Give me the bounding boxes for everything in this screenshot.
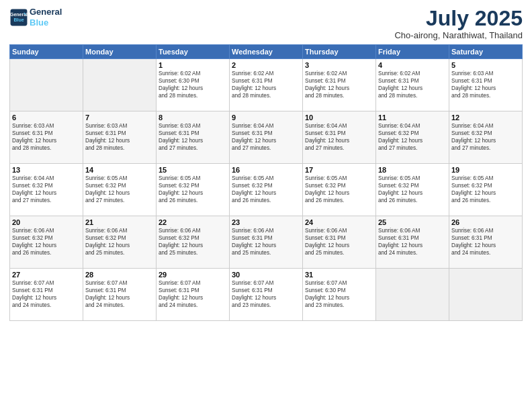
day-info: Sunrise: 6:04 AM Sunset: 6:31 PM Dayligh… [232,122,300,152]
day-cell: 29Sunrise: 6:07 AM Sunset: 6:31 PM Dayli… [157,269,230,321]
week-row: 1Sunrise: 6:02 AM Sunset: 6:30 PM Daylig… [10,59,523,111]
day-number: 14 [85,166,154,174]
day-number: 29 [159,271,227,279]
day-cell: 10Sunrise: 6:04 AM Sunset: 6:31 PM Dayli… [303,111,376,164]
day-number: 4 [378,61,447,69]
day-info: Sunrise: 6:04 AM Sunset: 6:32 PM Dayligh… [12,175,81,204]
day-info: Sunrise: 6:06 AM Sunset: 6:32 PM Dayligh… [85,227,154,257]
day-cell: 22Sunrise: 6:06 AM Sunset: 6:32 PM Dayli… [157,216,230,269]
day-info: Sunrise: 6:05 AM Sunset: 6:32 PM Dayligh… [159,175,227,204]
day-info: Sunrise: 6:07 AM Sunset: 6:31 PM Dayligh… [12,279,81,309]
day-cell [449,269,523,321]
day-info: Sunrise: 6:02 AM Sunset: 6:30 PM Dayligh… [159,70,227,99]
week-row: 6Sunrise: 6:03 AM Sunset: 6:31 PM Daylig… [10,111,523,164]
day-number: 22 [159,218,227,226]
day-number: 1 [159,61,227,69]
day-number: 21 [85,218,154,226]
day-info: Sunrise: 6:03 AM Sunset: 6:31 PM Dayligh… [159,122,227,152]
day-cell: 3Sunrise: 6:02 AM Sunset: 6:31 PM Daylig… [303,59,376,111]
logo-icon: General Blue [9,8,28,27]
day-cell: 28Sunrise: 6:07 AM Sunset: 6:31 PM Dayli… [83,269,157,321]
day-cell: 20Sunrise: 6:06 AM Sunset: 6:32 PM Dayli… [10,216,83,269]
day-info: Sunrise: 6:04 AM Sunset: 6:32 PM Dayligh… [451,122,520,152]
day-cell: 26Sunrise: 6:06 AM Sunset: 6:31 PM Dayli… [449,216,523,269]
day-info: Sunrise: 6:05 AM Sunset: 6:32 PM Dayligh… [378,175,447,204]
week-row: 27Sunrise: 6:07 AM Sunset: 6:31 PM Dayli… [10,269,523,321]
day-number: 8 [159,113,227,122]
day-cell: 31Sunrise: 6:07 AM Sunset: 6:30 PM Dayli… [303,269,376,321]
day-cell: 6Sunrise: 6:03 AM Sunset: 6:31 PM Daylig… [10,111,83,164]
day-cell: 4Sunrise: 6:02 AM Sunset: 6:31 PM Daylig… [376,59,449,111]
col-header-saturday: Saturday [449,45,523,59]
day-info: Sunrise: 6:06 AM Sunset: 6:32 PM Dayligh… [12,227,81,257]
month-title: July 2025 [394,7,523,30]
day-number: 24 [305,218,373,226]
day-info: Sunrise: 6:06 AM Sunset: 6:31 PM Dayligh… [232,227,300,257]
day-cell: 11Sunrise: 6:04 AM Sunset: 6:32 PM Dayli… [376,111,449,164]
day-cell: 8Sunrise: 6:03 AM Sunset: 6:31 PM Daylig… [157,111,230,164]
day-cell: 2Sunrise: 6:02 AM Sunset: 6:31 PM Daylig… [230,59,303,111]
day-info: Sunrise: 6:03 AM Sunset: 6:31 PM Dayligh… [12,122,81,152]
day-number: 3 [305,61,373,69]
day-number: 15 [159,166,227,174]
col-header-thursday: Thursday [303,45,376,59]
day-cell [376,269,449,321]
day-cell: 27Sunrise: 6:07 AM Sunset: 6:31 PM Dayli… [10,269,83,321]
calendar-table: SundayMondayTuesdayWednesdayThursdayFrid… [9,44,523,321]
col-header-sunday: Sunday [10,45,83,59]
page: General Blue General Blue July 2025 Cho-… [0,0,532,411]
day-number: 25 [378,218,447,226]
week-row: 13Sunrise: 6:04 AM Sunset: 6:32 PM Dayli… [10,164,523,216]
day-info: Sunrise: 6:05 AM Sunset: 6:32 PM Dayligh… [305,175,373,204]
day-number: 10 [305,113,373,122]
day-cell: 12Sunrise: 6:04 AM Sunset: 6:32 PM Dayli… [449,111,523,164]
day-cell: 9Sunrise: 6:04 AM Sunset: 6:31 PM Daylig… [230,111,303,164]
day-number: 13 [12,166,81,174]
day-number: 5 [451,61,520,69]
day-number: 19 [451,166,520,174]
logo-text-line2: Blue [30,17,62,28]
day-info: Sunrise: 6:03 AM Sunset: 6:31 PM Dayligh… [85,122,154,152]
day-cell: 24Sunrise: 6:06 AM Sunset: 6:31 PM Dayli… [303,216,376,269]
day-number: 31 [305,271,373,279]
day-cell: 14Sunrise: 6:05 AM Sunset: 6:32 PM Dayli… [83,164,157,216]
day-info: Sunrise: 6:06 AM Sunset: 6:31 PM Dayligh… [378,227,447,257]
logo-text-line1: General [30,7,62,17]
col-header-friday: Friday [376,45,449,59]
svg-text:General: General [10,12,28,17]
col-header-tuesday: Tuesday [157,45,230,59]
svg-text:Blue: Blue [13,17,24,22]
day-cell: 1Sunrise: 6:02 AM Sunset: 6:30 PM Daylig… [157,59,230,111]
week-row: 20Sunrise: 6:06 AM Sunset: 6:32 PM Dayli… [10,216,523,269]
day-number: 7 [85,113,154,122]
day-cell: 13Sunrise: 6:04 AM Sunset: 6:32 PM Dayli… [10,164,83,216]
day-number: 20 [12,218,81,226]
day-info: Sunrise: 6:07 AM Sunset: 6:31 PM Dayligh… [85,279,154,309]
day-cell: 18Sunrise: 6:05 AM Sunset: 6:32 PM Dayli… [376,164,449,216]
day-number: 6 [12,113,81,122]
day-info: Sunrise: 6:05 AM Sunset: 6:32 PM Dayligh… [451,175,520,204]
day-info: Sunrise: 6:06 AM Sunset: 6:32 PM Dayligh… [159,227,227,257]
day-number: 27 [12,271,81,279]
day-number: 26 [451,218,520,226]
logo: General Blue General Blue [9,7,62,28]
day-number: 2 [232,61,300,69]
day-info: Sunrise: 6:05 AM Sunset: 6:32 PM Dayligh… [232,175,300,204]
day-info: Sunrise: 6:07 AM Sunset: 6:31 PM Dayligh… [232,279,300,309]
col-header-monday: Monday [83,45,157,59]
day-number: 12 [451,113,520,122]
day-number: 28 [85,271,154,279]
day-info: Sunrise: 6:04 AM Sunset: 6:32 PM Dayligh… [378,122,447,152]
day-cell: 19Sunrise: 6:05 AM Sunset: 6:32 PM Dayli… [449,164,523,216]
day-number: 18 [378,166,447,174]
day-number: 23 [232,218,300,226]
day-cell [10,59,83,111]
header: General Blue General Blue July 2025 Cho-… [9,7,523,40]
day-info: Sunrise: 6:02 AM Sunset: 6:31 PM Dayligh… [378,70,447,99]
day-info: Sunrise: 6:05 AM Sunset: 6:32 PM Dayligh… [85,175,154,204]
day-cell: 7Sunrise: 6:03 AM Sunset: 6:31 PM Daylig… [83,111,157,164]
day-cell: 23Sunrise: 6:06 AM Sunset: 6:31 PM Dayli… [230,216,303,269]
day-info: Sunrise: 6:07 AM Sunset: 6:30 PM Dayligh… [305,279,373,309]
day-info: Sunrise: 6:02 AM Sunset: 6:31 PM Dayligh… [305,70,373,99]
day-number: 16 [232,166,300,174]
